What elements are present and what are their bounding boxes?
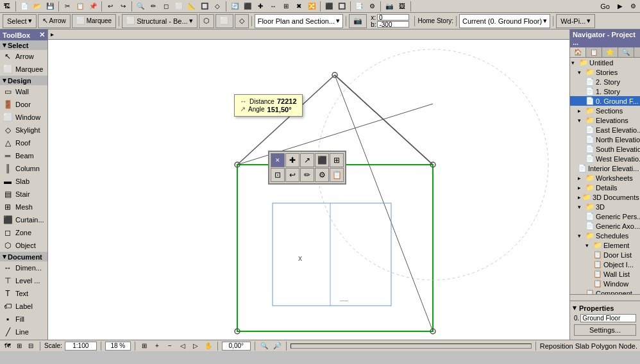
toolbox-item-object[interactable]: ⬡ Object xyxy=(0,239,47,252)
toolbox-item-stair[interactable]: ▤ Stair xyxy=(0,188,47,201)
tree-details[interactable]: ▸ 📁 Details xyxy=(570,183,640,192)
status-icon-less[interactable]: ⊟ xyxy=(26,341,36,351)
marquee-button[interactable]: ⬜ Marquee xyxy=(72,14,116,28)
section-icon[interactable]: 🔲 xyxy=(336,1,348,12)
select-icon[interactable]: ◻ xyxy=(160,1,172,12)
zoom-icon[interactable]: 🔍 xyxy=(135,1,146,12)
tree-gen-pers[interactable]: 📄 Generic Pers... xyxy=(570,211,640,221)
tree-door-list[interactable]: 📋 Door List xyxy=(570,250,640,260)
rect-icon[interactable]: ⬜ xyxy=(173,1,185,12)
scale-input[interactable] xyxy=(65,342,97,351)
tree-stories[interactable]: ▾ 📁 Stories xyxy=(570,67,640,77)
stretch-icon[interactable]: ↔ xyxy=(267,1,279,12)
tree-worksheets[interactable]: ▸ 📁 Worksheets xyxy=(570,173,640,183)
toolbox-item-mesh[interactable]: ⊞ Mesh xyxy=(0,201,47,213)
magnify2-icon[interactable]: 🔎 xyxy=(272,341,282,351)
toolbox-item-arc[interactable]: ◯ Arc/Ci... xyxy=(0,338,47,340)
toolbox-item-wall[interactable]: ▭ Wall xyxy=(0,85,47,98)
wd-pi-button[interactable]: Wd-Pi... ▾ xyxy=(556,14,595,28)
toolbox-item-slab[interactable]: ▬ Slab xyxy=(0,175,47,188)
measure-icon[interactable]: 📐 xyxy=(186,1,198,12)
open-icon[interactable]: 📂 xyxy=(31,1,43,12)
toolbox-item-fill[interactable]: ▪ Fill xyxy=(0,313,47,326)
move-icon[interactable]: ✚ xyxy=(255,1,266,12)
zoom-next-icon[interactable]: ▷ xyxy=(190,341,201,351)
tree-untitled[interactable]: ▾ 📁 Untitled xyxy=(570,58,640,67)
tree-elevations[interactable]: ▾ 📁 Elevations xyxy=(570,115,640,125)
render-icon[interactable]: 🖼 xyxy=(396,1,408,12)
settings-button[interactable]: Settings... xyxy=(574,324,636,336)
go-label[interactable]: Go xyxy=(597,1,613,12)
nav-tab-list[interactable]: 📋 xyxy=(586,47,602,57)
tree-north-elev[interactable]: 📄 North Elevatio... xyxy=(570,135,640,144)
tree-wall-list[interactable]: 📋 Wall List xyxy=(570,269,640,279)
toolbox-item-door[interactable]: 🚪 Door xyxy=(0,98,47,111)
document-section[interactable]: ▾ Document xyxy=(0,252,47,261)
nav-tab-search[interactable]: 🔍 xyxy=(618,47,634,57)
pencil-icon[interactable]: ✏ xyxy=(147,1,159,12)
nav-tab-star[interactable]: ⭐ xyxy=(602,47,618,57)
split-icon[interactable]: 🔀 xyxy=(306,1,317,12)
zoom-prev-icon[interactable]: ◁ xyxy=(178,341,188,351)
ft-settings2[interactable]: ⚙ xyxy=(315,168,329,182)
tree-element[interactable]: ▾ 📁 Element xyxy=(570,240,640,250)
x-input[interactable] xyxy=(377,14,409,21)
3d-icon[interactable]: ⬛ xyxy=(323,1,335,12)
toolbox-item-curtain[interactable]: ⬛ Curtain... xyxy=(0,213,47,226)
ft-undo-local[interactable]: ↩ xyxy=(285,168,299,182)
paste-icon[interactable]: 📌 xyxy=(87,1,99,12)
toolbox-item-window[interactable]: ⬜ Window xyxy=(0,111,47,124)
arrow-button[interactable]: ↖ Arrow xyxy=(38,14,71,28)
canvas-inner[interactable]: x ── Dor Ir ↔ Distance 72212 ↗ Angle 151… xyxy=(48,40,569,340)
toolbox-item-skylight[interactable]: ◇ Skylight xyxy=(0,124,47,136)
toolbox-item-arrow[interactable]: ↖ Arrow xyxy=(0,50,47,63)
save-icon[interactable]: 💾 xyxy=(44,1,56,12)
toolbox-item-column[interactable]: ║ Column xyxy=(0,162,47,175)
zoom-in-icon[interactable]: + xyxy=(152,341,162,351)
ft-info[interactable]: 📋 xyxy=(330,168,344,182)
photo-icon[interactable]: 📷 xyxy=(383,1,395,12)
y-input[interactable] xyxy=(377,21,409,28)
toolbox-item-label[interactable]: 🏷 Label xyxy=(0,300,47,313)
status-icon-grid[interactable]: ⊞ xyxy=(14,341,24,351)
tree-gen-axo[interactable]: 📄 Generic Axo... xyxy=(570,221,640,231)
zoom-fit-icon[interactable]: ⊞ xyxy=(139,341,149,351)
toolbox-item-zone[interactable]: ◻ Zone xyxy=(0,226,47,239)
status-icon-map[interactable]: 🗺 xyxy=(3,341,13,351)
toolbox-item-roof[interactable]: △ Roof xyxy=(0,136,47,149)
ft-move[interactable]: ✚ xyxy=(285,153,299,167)
select-button[interactable]: Select ▾ xyxy=(3,14,37,28)
ft-drag[interactable]: ⊡ xyxy=(271,168,285,182)
layer-icon[interactable]: 📑 xyxy=(353,1,365,12)
zoom-input[interactable] xyxy=(105,342,131,351)
design-section[interactable]: ▾ Design xyxy=(0,76,47,85)
toolbox-item-level[interactable]: ⊤ Level ... xyxy=(0,274,47,287)
undo-icon[interactable]: ↩ xyxy=(105,1,116,12)
tree-interior-elev[interactable]: 📄 Interior Elevati... xyxy=(570,163,640,173)
current-story-dropdown[interactable]: Current (0. Ground Floor) ▾ xyxy=(459,14,550,28)
ft-rotate[interactable]: ↗ xyxy=(300,153,314,167)
tree-schedules[interactable]: ▾ 📁 Schedules xyxy=(570,231,640,240)
redo-icon[interactable]: ↪ xyxy=(117,1,129,12)
toolbox-item-marquee[interactable]: ⬜ Marquee xyxy=(0,63,47,76)
tree-object-i[interactable]: 📋 Object I... xyxy=(570,260,640,269)
tree-3d[interactable]: ▾ 📁 3D xyxy=(570,202,640,211)
toolbox-item-text[interactable]: T Text xyxy=(0,287,47,300)
floor-plan-dropdown[interactable]: Floor Plan and Section... ▾ xyxy=(255,14,343,28)
ft-multiply[interactable]: ⊞ xyxy=(330,153,344,167)
rotate-icon[interactable]: 🔄 xyxy=(229,1,240,12)
tree-window-list[interactable]: 📋 Window xyxy=(570,279,640,288)
cut-icon[interactable]: ✂ xyxy=(62,1,73,12)
toolbox-close[interactable]: ✕ xyxy=(39,31,45,39)
trim-icon[interactable]: ✖ xyxy=(293,1,305,12)
select-section[interactable]: ▾ Select xyxy=(0,40,47,50)
tree-west-elev[interactable]: 📄 West Elevatio... xyxy=(570,154,640,163)
toolbox-item-line[interactable]: ╱ Line xyxy=(0,326,47,338)
settings-icon[interactable]: ⚙ xyxy=(627,1,639,12)
mirror-icon[interactable]: ⬛ xyxy=(242,1,253,12)
play-icon[interactable]: ▶ xyxy=(614,1,626,12)
toolbox-item-dimen[interactable]: ↔ Dimen... xyxy=(0,261,47,274)
tree-east-elev[interactable]: 📄 East Elevatio... xyxy=(570,125,640,135)
rect2-button[interactable]: ⬜ xyxy=(215,14,233,28)
magnify-icon[interactable]: 🔍 xyxy=(259,341,269,351)
